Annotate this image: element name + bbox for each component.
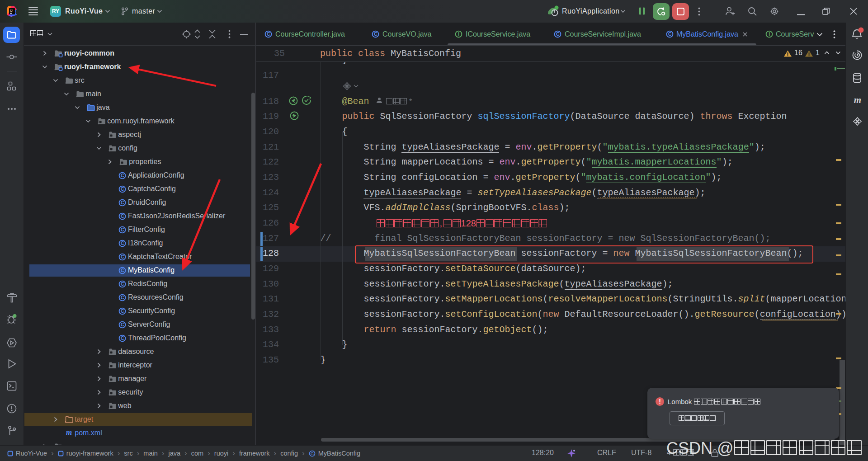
svg-text:C: C xyxy=(121,335,124,341)
svg-text:C: C xyxy=(121,213,124,219)
svg-text:C: C xyxy=(267,31,270,37)
svg-text:C: C xyxy=(121,173,124,178)
svg-text:IJ: IJ xyxy=(10,9,13,13)
svg-text:C: C xyxy=(374,31,377,37)
svg-text:C: C xyxy=(311,451,314,456)
svg-text:C: C xyxy=(121,295,124,300)
svg-text:C: C xyxy=(121,281,124,287)
svg-text:C: C xyxy=(121,200,124,205)
svg-text:I: I xyxy=(458,31,459,37)
svg-text:C: C xyxy=(121,240,124,246)
svg-text:C: C xyxy=(121,268,124,273)
svg-text:C: C xyxy=(121,186,124,192)
svg-text:C: C xyxy=(121,322,124,327)
svg-text:C: C xyxy=(121,308,124,314)
svg-text:C: C xyxy=(121,227,124,232)
svg-text:C: C xyxy=(668,31,672,37)
svg-text:C: C xyxy=(556,31,560,37)
svg-text:I: I xyxy=(769,31,770,37)
svg-text:C: C xyxy=(121,254,124,259)
